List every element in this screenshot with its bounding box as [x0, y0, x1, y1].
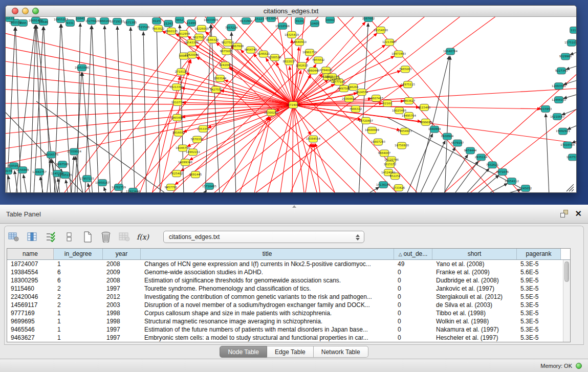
network-graph-area[interactable]: 1872400718300295193845547663822886012589…	[6, 17, 576, 192]
table-cell[interactable]: 14569117	[7, 301, 54, 309]
table-cell[interactable]: Jankovic et al. (1997)	[432, 285, 517, 293]
table-cell[interactable]: Stergiakouli et al. (2012)	[432, 293, 517, 301]
select-rows-button[interactable]	[45, 231, 57, 243]
table-cell[interactable]: 2012	[103, 293, 141, 301]
table-cell[interactable]: 9777169	[7, 309, 54, 317]
table-cell[interactable]: 5.3E-5	[517, 325, 561, 334]
table-cell[interactable]: 1	[54, 325, 103, 334]
tab-network-table[interactable]: Network Table	[314, 346, 368, 358]
column-header-out-degree[interactable]: △out_de...	[394, 249, 432, 259]
table-cell[interactable]: 6	[54, 276, 103, 285]
table-cell[interactable]: 2008	[103, 260, 141, 268]
table-cell[interactable]: 5.3E-5	[517, 317, 561, 325]
table-cell[interactable]: 9463627	[7, 334, 54, 342]
table-cell[interactable]: 2003	[103, 301, 141, 309]
table-cell[interactable]: 9465546	[7, 325, 54, 334]
table-cell[interactable]: 5.5E-5	[517, 293, 561, 301]
table-cell[interactable]: 19384554	[7, 268, 54, 276]
table-cell[interactable]: Changes of HCN gene expression and I(f) …	[141, 260, 394, 268]
column-header-short[interactable]: short	[432, 249, 517, 259]
table-cell[interactable]: 0	[394, 325, 432, 334]
table-cell[interactable]: 9115460	[7, 285, 54, 293]
table-cell[interactable]: 0	[394, 309, 432, 317]
table-cell[interactable]: Corpus callosum shape and size in male p…	[141, 309, 394, 317]
tab-node-table[interactable]: Node Table	[220, 346, 267, 358]
table-cell[interactable]: 0	[394, 317, 432, 325]
table-cell[interactable]: 18724007	[7, 260, 54, 268]
table-cell[interactable]: 1	[54, 317, 103, 325]
table-cell[interactable]: de Silva et al. (2003)	[432, 301, 517, 309]
table-row[interactable]: 911546021997Tourette syndrome. Phenomeno…	[7, 285, 563, 293]
table-cell[interactable]: Franke et al. (2009)	[432, 268, 517, 276]
new-column-button[interactable]	[81, 231, 94, 243]
table-cell[interactable]: Nakamura et al. (1997)	[432, 325, 517, 334]
table-cell[interactable]: 5.3E-5	[517, 334, 561, 342]
table-scrollbar-thumb[interactable]	[564, 261, 569, 282]
table-cell[interactable]: 0	[394, 276, 432, 285]
column-header-title[interactable]: title	[141, 249, 394, 259]
table-cell[interactable]: 5.6E-5	[517, 268, 561, 276]
table-cell[interactable]: 5.3E-5	[517, 301, 561, 309]
delete-table-button[interactable]	[118, 231, 130, 243]
table-cell[interactable]: Dudbridge et al. (2008)	[432, 276, 517, 285]
table-cell[interactable]: 1	[54, 309, 103, 317]
table-cell[interactable]: 1997	[103, 334, 141, 342]
table-cell[interactable]: Estimation of the future numbers of pati…	[141, 325, 394, 334]
table-cell[interactable]: Hescheler et al. (1997)	[432, 334, 517, 342]
table-cell[interactable]: Estimation of significance thresholds fo…	[141, 276, 394, 285]
table-cell[interactable]: 0	[394, 268, 432, 276]
close-panel-icon[interactable]: ✕	[575, 210, 582, 217]
table-cell[interactable]: Tibbo et al. (1998)	[432, 309, 517, 317]
table-cell[interactable]: 2008	[103, 276, 141, 285]
table-row[interactable]: 1830029562008Estimation of significance …	[7, 276, 563, 285]
table-cell[interactable]: 1997	[103, 325, 141, 334]
table-cell[interactable]: 0	[394, 301, 432, 309]
table-scrollbar[interactable]	[563, 260, 570, 342]
row-height-button[interactable]	[63, 231, 75, 243]
table-cell[interactable]: 49	[394, 260, 432, 268]
table-cell[interactable]: 2009	[103, 268, 141, 276]
column-header-in-degree[interactable]: in_degree	[54, 249, 103, 259]
table-cell[interactable]: Yano et al. (2008)	[432, 260, 517, 268]
table-cell[interactable]: 1	[54, 260, 103, 268]
table-cell[interactable]: 5.3E-5	[517, 309, 561, 317]
tab-edge-table[interactable]: Edge Table	[267, 346, 314, 358]
table-cell[interactable]: Structural magnetic resonance image aver…	[141, 317, 394, 325]
float-panel-icon[interactable]	[560, 210, 568, 217]
table-cell[interactable]: 22420046	[7, 293, 54, 301]
function-builder-button[interactable]: f(x)	[137, 231, 149, 243]
table-cell[interactable]: 18300295	[7, 276, 54, 285]
column-header-pagerank[interactable]: pagerank	[517, 249, 561, 259]
select-columns-button[interactable]	[26, 231, 38, 243]
table-cell[interactable]: 5.9E-5	[517, 276, 561, 285]
table-source-dropdown[interactable]: citations_edges.txt	[163, 231, 364, 243]
table-cell[interactable]: 6	[54, 268, 103, 276]
window-titlebar[interactable]: citations_edges.txt	[6, 6, 576, 17]
table-cell[interactable]: 1997	[103, 285, 141, 293]
table-row[interactable]: 1456911722003Disruption of a novel membe…	[7, 301, 563, 309]
table-cell[interactable]: Genome-wide association studies in ADHD.	[141, 268, 394, 276]
column-header-year[interactable]: year	[103, 249, 141, 259]
table-cell[interactable]: 0	[394, 293, 432, 301]
table-cell[interactable]: 5.3E-5	[517, 260, 561, 268]
table-cell[interactable]: 1998	[103, 317, 141, 325]
table-cell[interactable]: 1	[54, 334, 103, 342]
table-row[interactable]: 2242004622012Investigating the contribut…	[7, 293, 563, 301]
table-cell[interactable]: Embryonic stem cells: a model to study s…	[141, 334, 394, 342]
table-cell[interactable]: Wolkin et al. (1998)	[432, 317, 517, 325]
table-cell[interactable]: 2	[54, 301, 103, 309]
table-cell[interactable]: 2	[54, 285, 103, 293]
table-cell[interactable]: 9699695	[7, 317, 54, 325]
panel-splitter-grip[interactable]	[292, 205, 296, 208]
table-row[interactable]: 946554611997Estimation of the future num…	[7, 325, 563, 334]
table-row[interactable]: 977716911998Corpus callosum shape and si…	[7, 309, 563, 317]
table-cell[interactable]: Investigating the contribution of common…	[141, 293, 394, 301]
table-cell[interactable]: 5.3E-5	[517, 285, 561, 293]
table-cell[interactable]: 0	[394, 334, 432, 342]
delete-column-button[interactable]	[100, 231, 112, 243]
table-cell[interactable]: 0	[394, 285, 432, 293]
table-cell[interactable]: 1998	[103, 309, 141, 317]
table-row[interactable]: 1938455462009Genome-wide association stu…	[7, 268, 563, 276]
table-cell[interactable]: Disruption of a novel member of a sodium…	[141, 301, 394, 309]
table-cell[interactable]: Tourette syndrome. Phenomenology and cla…	[141, 285, 394, 293]
